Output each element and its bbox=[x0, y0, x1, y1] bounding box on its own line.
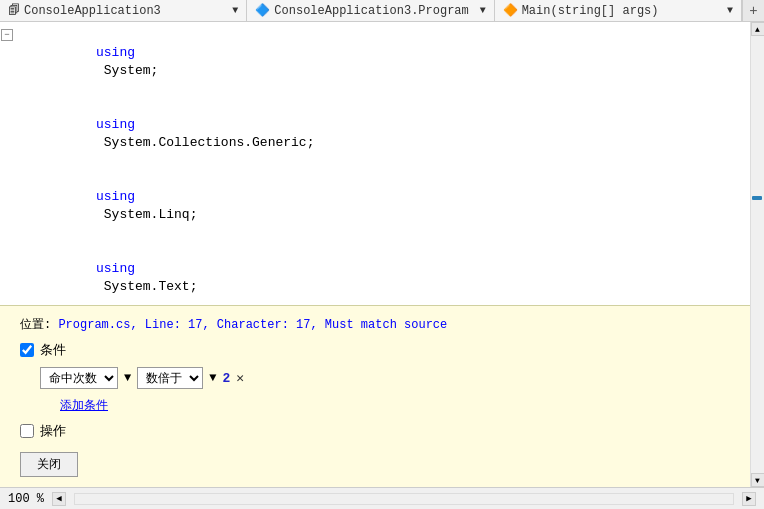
count-value: 2 bbox=[222, 371, 230, 386]
add-condition-link[interactable]: 添加条件 bbox=[60, 399, 108, 413]
class-icon: 🔷 bbox=[255, 3, 270, 18]
code-content: − using System; using System.Collections… bbox=[0, 22, 750, 305]
main-area: − using System; using System.Collections… bbox=[0, 22, 764, 487]
condition-panel: 位置: Program.cs, Line: 17, Character: 17,… bbox=[0, 305, 750, 487]
condition-checkbox[interactable] bbox=[20, 343, 34, 357]
file-dropdown[interactable]: 🗐 ConsoleApplication3 ▼ bbox=[0, 0, 247, 21]
scroll-left-button[interactable]: ◀ bbox=[52, 492, 66, 506]
code-line-3: using System.Linq; bbox=[0, 170, 750, 242]
scroll-right-button[interactable]: ▶ bbox=[742, 492, 756, 506]
title-bar: 🗐 ConsoleApplication3 ▼ 🔷 ConsoleApplica… bbox=[0, 0, 764, 22]
method-icon: 🔶 bbox=[503, 3, 518, 18]
location-label: 位置: bbox=[20, 318, 51, 332]
collapse-btn-1[interactable]: − bbox=[0, 26, 14, 41]
code-editor: − using System; using System.Collections… bbox=[0, 22, 750, 487]
condition-checkbox-wrap: 条件 bbox=[20, 341, 66, 359]
code-line-2: using System.Collections.Generic; bbox=[0, 98, 750, 170]
condition-controls: 命中次数 ▼ 数倍于 ▼ 2 ✕ bbox=[40, 367, 730, 389]
close-button[interactable]: 关闭 bbox=[20, 452, 78, 477]
remove-condition-button[interactable]: ✕ bbox=[236, 370, 244, 386]
condition-checkbox-row: 条件 bbox=[20, 341, 730, 359]
action-label: 操作 bbox=[40, 422, 66, 440]
scrollbar-horizontal[interactable] bbox=[74, 493, 734, 505]
action-checkbox-wrap: 操作 bbox=[20, 422, 66, 440]
kw-using: using bbox=[96, 45, 135, 60]
scroll-down-button[interactable]: ▼ bbox=[751, 473, 765, 487]
scroll-up-button[interactable]: ▲ bbox=[751, 22, 765, 36]
location-value: Program.cs, Line: 17, Character: 17, Mus… bbox=[58, 318, 447, 332]
action-checkbox[interactable] bbox=[20, 424, 34, 438]
zoom-level: 100 % bbox=[8, 492, 44, 506]
scroll-indicator bbox=[752, 196, 762, 200]
code-line-4: using System.Text; bbox=[0, 242, 750, 305]
method-name: Main(string[] args) bbox=[522, 4, 659, 18]
status-bar: 100 % ◀ ▶ bbox=[0, 487, 764, 509]
hit-count-dropdown[interactable]: 命中次数 bbox=[40, 367, 118, 389]
file-icon: 🗐 bbox=[8, 3, 20, 18]
multiplier-dropdown[interactable]: 数倍于 bbox=[137, 367, 203, 389]
condition-location: 位置: Program.cs, Line: 17, Character: 17,… bbox=[20, 316, 730, 333]
code-line-1: − using System; bbox=[0, 26, 750, 98]
condition-label: 条件 bbox=[40, 341, 66, 359]
action-row: 操作 bbox=[20, 422, 730, 440]
add-tab-button[interactable]: + bbox=[742, 0, 764, 22]
scrollbar-vertical[interactable]: ▲ ▼ bbox=[750, 22, 764, 487]
class-name: ConsoleApplication3.Program bbox=[274, 4, 468, 18]
line-1-content: using System; bbox=[14, 26, 750, 98]
class-dropdown[interactable]: 🔷 ConsoleApplication3.Program ▼ bbox=[247, 0, 494, 21]
method-dropdown[interactable]: 🔶 Main(string[] args) ▼ bbox=[495, 0, 742, 21]
file-name: ConsoleApplication3 bbox=[24, 4, 161, 18]
